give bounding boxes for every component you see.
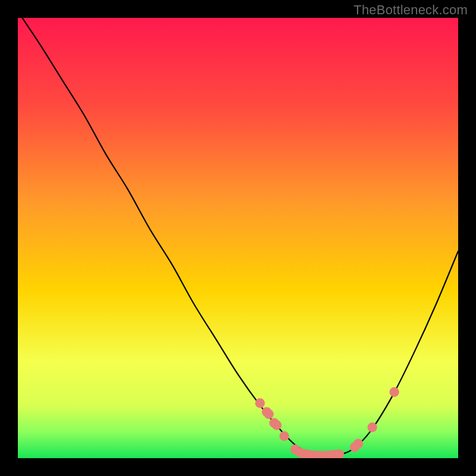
data-point bbox=[390, 387, 399, 397]
plot-svg bbox=[18, 18, 458, 458]
data-point bbox=[353, 439, 363, 448]
data-point bbox=[280, 431, 289, 441]
data-point bbox=[272, 420, 281, 430]
chart-stage: TheBottleneck.com bbox=[0, 0, 476, 476]
data-point bbox=[264, 409, 274, 419]
data-point bbox=[368, 422, 377, 432]
data-point bbox=[255, 398, 265, 408]
plot-area bbox=[18, 18, 458, 458]
watermark-text: TheBottleneck.com bbox=[353, 2, 468, 18]
